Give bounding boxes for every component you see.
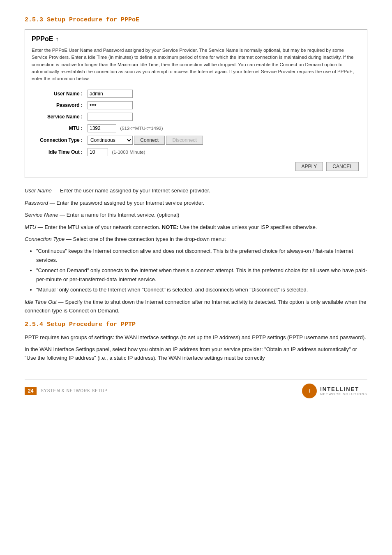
idle-timeout-term: Idle Time Out: [25, 299, 57, 305]
pptp-para-2: In the WAN Interface Settings panel, sel…: [25, 345, 367, 363]
username-value: [85, 88, 360, 99]
password-label: Password :: [32, 99, 85, 111]
mtu-label: MTU :: [32, 123, 85, 134]
apply-button[interactable]: APPLY: [295, 162, 323, 171]
footer-left: 24 SYSTEM & NETWORK SETUP: [25, 387, 108, 395]
pptp-para-1: PPTP requires two groups of settings: th…: [25, 333, 367, 342]
password-input[interactable]: [88, 101, 133, 109]
section-253-body: User Name — Enter the user name assigned…: [25, 186, 367, 315]
logo-text-block: INTELLINET NETWORK SOLUTIONS: [320, 386, 367, 396]
section-254-heading: 2.5.4 Setup Procedure for PPTP: [25, 321, 367, 328]
connection-type-value: Continuous Connect on Demand Manual Conn…: [85, 134, 360, 146]
service-name-label: Service Name :: [32, 111, 85, 123]
disconnect-button[interactable]: Disconnect: [166, 136, 203, 145]
idle-timeout-row: Idle Time Out : (1-1000 Minute): [32, 146, 360, 158]
service-name-desc: Service Name — Enter a name for this Int…: [25, 210, 367, 219]
service-name-input[interactable]: [88, 113, 133, 121]
idle-timeout-desc: Idle Time Out — Specify the time to shut…: [25, 298, 367, 315]
page-number: 24: [25, 387, 37, 395]
footer: 24 SYSTEM & NETWORK SETUP i INTELLINET N…: [25, 379, 367, 398]
password-value: [85, 99, 360, 111]
connect-button[interactable]: Connect: [134, 136, 165, 145]
connection-type-row: Connection Type : Continuous Connect on …: [32, 134, 360, 146]
mtu-row: MTU : (512<=MTU<=1492): [32, 123, 360, 134]
section-254-body: PPTP requires two groups of settings: th…: [25, 333, 367, 363]
username-desc: User Name — Enter the user name assigned…: [25, 186, 367, 195]
password-desc: Password — Enter the password assigned b…: [25, 199, 367, 207]
connection-type-desc: Connection Type — Select one of the thre…: [25, 235, 367, 243]
mtu-hint: (512<=MTU<=1492): [120, 126, 163, 131]
username-term: User Name: [25, 187, 52, 194]
panel-description: Enter the PPPoE User Name and Password a…: [32, 47, 360, 82]
idle-timeout-hint: (1-1000 Minute): [112, 150, 145, 155]
cancel-button[interactable]: CANCEL: [326, 162, 359, 171]
mtu-value: (512<=MTU<=1492): [85, 123, 360, 134]
idle-timeout-value: (1-1000 Minute): [85, 146, 360, 158]
connection-type-label: Connection Type :: [32, 134, 85, 146]
password-row: Password :: [32, 99, 360, 111]
svg-text:i: i: [309, 389, 310, 393]
service-name-value: [85, 111, 360, 123]
section-253-heading: 2.5.3 Setup Procedure for PPPoE: [25, 16, 367, 23]
mtu-desc: MTU — Enter the MTU value of your networ…: [25, 223, 367, 231]
logo-area: i INTELLINET NETWORK SOLUTIONS: [302, 384, 367, 398]
idle-timeout-label: Idle Time Out :: [32, 146, 85, 158]
manual-item: "Manual" only connects to the Internet w…: [36, 285, 367, 294]
logo-icon: i: [302, 384, 317, 398]
connection-type-list: "Continuous" keeps the Internet connecti…: [36, 247, 367, 294]
connect-on-demand-item: "Connect on Demand" only connects to the…: [36, 266, 367, 284]
mtu-note-label: NOTE:: [162, 224, 178, 230]
service-name-term: Service Name: [25, 212, 58, 218]
pppoe-icon: ↑: [55, 36, 58, 42]
mtu-input[interactable]: [88, 124, 116, 132]
pppoe-panel: PPPoE ↑ Enter the PPPoE User Name and Pa…: [25, 29, 367, 178]
continuous-item: "Continuous" keeps the Internet connecti…: [36, 247, 367, 264]
username-input[interactable]: [88, 90, 133, 98]
username-row: User Name :: [32, 88, 360, 99]
panel-title: PPPoE ↑: [32, 35, 360, 43]
connection-type-select[interactable]: Continuous Connect on Demand Manual: [88, 136, 133, 145]
idle-timeout-input[interactable]: [88, 148, 108, 156]
password-term: Password: [25, 200, 48, 206]
mtu-term: MTU: [25, 224, 36, 230]
intellinet-logo-svg: i: [305, 386, 314, 395]
panel-title-text: PPPoE: [32, 35, 53, 43]
form-button-row: APPLY CANCEL: [32, 162, 360, 171]
username-label: User Name :: [32, 88, 85, 99]
footer-text: SYSTEM & NETWORK SETUP: [41, 388, 108, 393]
logo-sub-text: NETWORK SOLUTIONS: [320, 392, 367, 396]
connection-type-term: Connection Type: [25, 236, 65, 242]
logo-brand-name: INTELLINET: [320, 386, 367, 392]
pppoe-form: User Name : Password : Service Name : MT…: [32, 88, 360, 158]
service-name-row: Service Name :: [32, 111, 360, 123]
